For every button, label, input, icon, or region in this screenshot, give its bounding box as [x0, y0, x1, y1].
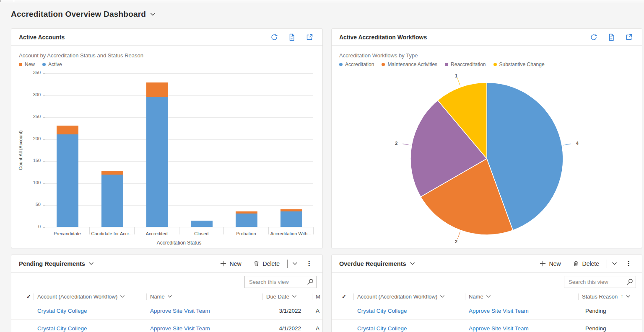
- legend-dot: [339, 63, 343, 66]
- status-reason-cell: Pending: [578, 308, 642, 314]
- refresh-button[interactable]: [590, 33, 597, 41]
- bar-chart: Count:All (Account) Accreditation Status…: [19, 73, 315, 248]
- dashboard-selector-chevron-icon[interactable]: [150, 13, 156, 16]
- bar-segment-active[interactable]: [236, 214, 257, 227]
- view-selector-overdue[interactable]: Overdue Requirements: [339, 260, 415, 267]
- pie-chart-legend: AccreditationMaintenance ActivitiesReacc…: [339, 62, 634, 67]
- pie-data-label: 4: [576, 141, 579, 146]
- command-bar: New Delete ⋮: [539, 259, 632, 269]
- delete-button[interactable]: Delete: [572, 259, 600, 269]
- legend-item-maintenance-activities[interactable]: Maintenance Activities: [382, 62, 437, 67]
- legend-dot: [42, 63, 46, 66]
- select-all-checkbox[interactable]: ✓: [11, 291, 34, 302]
- truncated-cell: A: [312, 308, 322, 314]
- dashboard-grid: Active Accounts Account by Accreditation…: [11, 28, 642, 332]
- account-link[interactable]: Crystal City College: [357, 308, 407, 314]
- search-icon: [306, 278, 314, 286]
- x-axis-tick: [89, 227, 90, 234]
- new-button[interactable]: New: [219, 259, 242, 269]
- search-row: [11, 273, 322, 291]
- column-header-name[interactable]: Name: [465, 291, 578, 302]
- column-header-account[interactable]: Account (Accreditation Workflow): [353, 291, 465, 302]
- expand-button[interactable]: [306, 33, 313, 41]
- legend-item-substantive-change[interactable]: Substantive Change: [493, 62, 545, 67]
- panel-title: Active Accounts: [19, 34, 65, 41]
- table-row[interactable]: Crystal City College Approve Site Visit …: [332, 302, 642, 320]
- table-row[interactable]: Crystal City College Approve Site Visit …: [11, 302, 322, 320]
- refresh-icon: [270, 33, 278, 41]
- legend-dot: [19, 63, 22, 66]
- bar-segment-active[interactable]: [146, 97, 168, 227]
- bar-segment-active[interactable]: [280, 211, 302, 227]
- x-axis-category-label: Accreditation With...: [268, 231, 313, 236]
- due-date-cell: 4/1/2022: [262, 325, 312, 332]
- panel-active-accounts: Active Accounts Account by Accreditation…: [11, 28, 323, 248]
- y-axis-tick-label: 100: [22, 180, 41, 185]
- search-button[interactable]: [623, 278, 636, 286]
- bar-segment-active[interactable]: [57, 134, 78, 227]
- view-records-button[interactable]: [608, 33, 615, 41]
- search-button[interactable]: [304, 278, 316, 286]
- legend-item-accreditation[interactable]: Accreditation: [339, 62, 374, 67]
- requirement-name-link[interactable]: Approve Site Visit Team: [150, 308, 210, 314]
- bar-segment-active[interactable]: [191, 221, 213, 227]
- bar-segment-active[interactable]: [101, 175, 123, 227]
- search-input[interactable]: [245, 279, 304, 285]
- bar-segment-new[interactable]: [101, 171, 123, 175]
- view-selector-pending[interactable]: Pending Requirements: [19, 260, 93, 267]
- table-row[interactable]: Crystal City College Approve Site Visit …: [332, 320, 642, 332]
- plus-icon: [220, 260, 226, 267]
- column-header-name[interactable]: Name: [146, 291, 262, 302]
- legend-dot: [493, 63, 497, 66]
- x-axis-tick: [179, 227, 179, 234]
- column-header-status-reason[interactable]: Status Reason↑: [578, 291, 642, 302]
- delete-split-chevron-button[interactable]: [293, 262, 297, 265]
- grid-header: Overdue Requirements New Delete ⋮: [332, 255, 642, 273]
- delete-button[interactable]: Delete: [252, 259, 280, 269]
- account-link[interactable]: Crystal City College: [357, 325, 407, 332]
- y-axis-tick-label: 0: [22, 224, 41, 229]
- y-axis-tick: [43, 95, 45, 96]
- account-link[interactable]: Crystal City College: [37, 308, 87, 314]
- new-button[interactable]: New: [539, 259, 562, 269]
- bar-segment-new[interactable]: [236, 211, 257, 214]
- grid-title: Overdue Requirements: [339, 260, 406, 267]
- pie-data-label: 2: [395, 141, 397, 146]
- more-commands-button[interactable]: ⋮: [306, 260, 312, 268]
- column-header-account[interactable]: Account (Accreditation Workflow): [34, 291, 146, 302]
- y-axis-tick-label: 50: [22, 202, 41, 207]
- y-axis-tick: [43, 117, 45, 118]
- more-commands-button[interactable]: ⋮: [625, 260, 632, 268]
- bar-segment-new[interactable]: [57, 126, 78, 134]
- chevron-down-icon: [626, 295, 630, 298]
- panel-overdue-requirements: Overdue Requirements New Delete ⋮: [331, 255, 642, 332]
- chevron-down-icon: [612, 262, 617, 265]
- open-in-new-icon: [306, 33, 313, 41]
- delete-split-chevron-button[interactable]: [612, 262, 617, 265]
- x-axis-title: Accreditation Status: [45, 240, 313, 246]
- bar-segment-new[interactable]: [146, 82, 168, 97]
- chart-area: Accreditation Workflows by Type Accredit…: [332, 46, 642, 245]
- requirement-name-link[interactable]: Approve Site Visit Team: [469, 325, 529, 332]
- refresh-button[interactable]: [270, 33, 278, 41]
- search-input[interactable]: [564, 279, 623, 285]
- expand-button[interactable]: [625, 33, 633, 41]
- requirement-name-link[interactable]: Approve Site Visit Team: [150, 325, 210, 332]
- select-all-checkbox[interactable]: ✓: [332, 291, 353, 302]
- account-link[interactable]: Crystal City College: [37, 325, 87, 332]
- column-header-due-date[interactable]: Due Date: [262, 291, 312, 302]
- legend-item-reaccreditation[interactable]: Reaccreditation: [445, 62, 486, 67]
- x-axis-tick: [313, 227, 314, 234]
- x-axis-category-label: Probation: [224, 231, 269, 236]
- gridline: [45, 95, 313, 96]
- view-records-icon: [288, 33, 296, 41]
- bar-segment-new[interactable]: [280, 209, 302, 211]
- open-in-new-icon: [625, 33, 633, 41]
- pie-leader-line: [563, 144, 571, 145]
- table-row[interactable]: Crystal City College Approve Site Visit …: [11, 320, 322, 332]
- column-header-m-truncated[interactable]: M: [312, 291, 322, 302]
- legend-item-new[interactable]: New: [19, 62, 35, 67]
- legend-item-active[interactable]: Active: [42, 62, 62, 67]
- view-records-button[interactable]: [288, 33, 296, 41]
- requirement-name-link[interactable]: Approve Site Visit Team: [469, 308, 529, 314]
